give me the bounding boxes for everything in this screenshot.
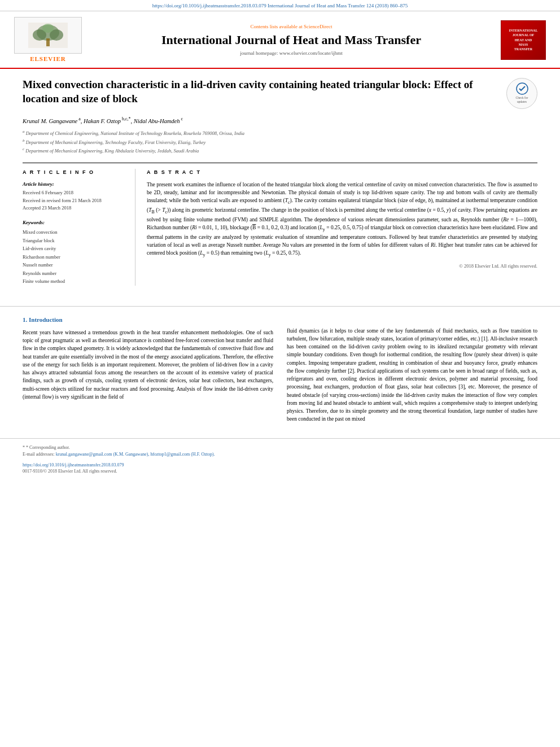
page-footer: * * Corresponding author. E-mail address… [0, 438, 560, 479]
section-1-heading: 1. Introduction [23, 316, 273, 324]
check-updates-icon [516, 82, 528, 95]
check-for-updates-badge: Check forupdates [506, 78, 537, 109]
abstract-paragraph: The present work examines the influence … [147, 181, 537, 259]
keyword-reynolds: Reynolds number [23, 269, 124, 277]
keyword-mixed-convection: Mixed convection [23, 228, 124, 236]
svg-point-5 [42, 24, 54, 33]
doi-bar: https://doi.org/10.1016/j.ijheatmasstran… [0, 0, 560, 11]
check-updates-label: Check forupdates [516, 96, 528, 104]
journal-header: ELSEVIER Contents lists available at Sci… [0, 11, 560, 69]
affiliation-b: b Department of Mechanical Engineering, … [23, 138, 537, 146]
elsevier-tree-icon [28, 23, 68, 48]
abstract-text: The present work examines the influence … [147, 181, 537, 259]
badge-line-3: HEAT AND [509, 38, 538, 42]
section-divider [0, 306, 560, 307]
journal-homepage: journal homepage: www.elsevier.com/locat… [90, 50, 492, 57]
history-accepted: Accepted 23 March 2018 [23, 204, 124, 212]
keyword-fvm: Finite volume method [23, 277, 124, 285]
keyword-nusselt: Nusselt number [23, 261, 124, 269]
article-info-label: A R T I C L E I N F O [23, 169, 124, 176]
keyword-lid-driven: Lid-driven cavity [23, 244, 124, 252]
article-info-abstract: A R T I C L E I N F O Article history: R… [23, 163, 537, 286]
rights-text: 0017-9310/© 2018 Elsevier Ltd. All right… [23, 468, 537, 474]
intro-right-text: fluid dynamics (as it helps to clear som… [287, 327, 537, 423]
elsevier-label: ELSEVIER [30, 55, 66, 63]
badge-line-2: JOURNAL OF [509, 33, 538, 37]
doi-footer[interactable]: https://doi.org/10.1016/j.ijheatmasstran… [23, 462, 537, 468]
copyright-text: © 2018 Elsevier Ltd. All rights reserved… [147, 263, 537, 270]
journal-badge: INTERNATIONAL JOURNAL OF HEAT AND MASS T… [501, 20, 546, 60]
article-title: Mixed convection characteristic in a lid… [23, 78, 500, 106]
keywords-label: Keywords: [23, 219, 124, 226]
intro-para-1: Recent years have witnessed a tremendous… [23, 329, 273, 401]
badge-line-4: MASS [509, 42, 538, 47]
keyword-richardson: Richardson number [23, 253, 124, 261]
corresponding-author-note: * * Corresponding author. [23, 444, 537, 452]
logo-area: ELSEVIER [11, 17, 85, 63]
author-2-name: Hakan F. Oztop [84, 117, 121, 124]
elsevier-logo-box [14, 17, 82, 54]
author-3-name: Nidal Abu-Hamdeh [134, 117, 180, 124]
article-history: Article history: Received 6 February 201… [23, 181, 124, 212]
email-label: E-mail addresses: [23, 452, 55, 457]
body-right-column: fluid dynamics (as it helps to clear som… [287, 316, 537, 427]
author-1-sup: a [77, 116, 81, 121]
keyword-triangular-block: Triangular block [23, 237, 124, 244]
badge-line-5: TRANSFER [509, 47, 538, 51]
article-content: Mixed convection characteristic in a lid… [0, 69, 560, 297]
intro-left-text: Recent years have witnessed a tremendous… [23, 329, 273, 401]
abstract-label: A B S T R A C T [147, 169, 537, 176]
intro-para-2: fluid dynamics (as it helps to clear som… [287, 327, 537, 423]
badge-line-1: INTERNATIONAL [509, 28, 538, 33]
journal-center-area: Contents lists available at ScienceDirec… [85, 23, 498, 57]
author-3-sup: c [180, 116, 183, 121]
affiliation-a: a Department of Chemical Engineering, Na… [23, 129, 537, 137]
author-1-name: Krunal M. Gangawane [23, 117, 77, 124]
affiliation-c: c Department of Mechanical Engineering, … [23, 146, 537, 155]
authors-line: Krunal M. Gangawane a, Hakan F. Oztop b,… [23, 116, 537, 125]
article-title-section: Mixed convection characteristic in a lid… [23, 78, 537, 109]
article-info-column: A R T I C L E I N F O Article history: R… [23, 169, 135, 286]
body-introduction: 1. Introduction Recent years have witnes… [0, 316, 560, 427]
affiliations: a Department of Chemical Engineering, Na… [23, 129, 537, 155]
history-received: Received 6 February 2018 [23, 189, 124, 197]
history-revised: Received in revised form 21 March 2018 [23, 197, 124, 205]
keywords-section: Keywords: Mixed convection Triangular bl… [23, 219, 124, 286]
page-wrapper: https://doi.org/10.1016/j.ijheatmasstran… [0, 0, 560, 479]
footer-doi-text: https://doi.org/10.1016/j.ijheatmasstran… [23, 462, 124, 468]
sciencedirect-name[interactable]: ScienceDirect [304, 24, 332, 29]
email-addresses[interactable]: krunal.gangawane@gmail.com (K.M. Gangawa… [56, 452, 215, 457]
right-spacer [287, 316, 537, 327]
journal-title: International Journal of Heat and Mass T… [90, 33, 492, 47]
corresponding-author-label: * Corresponding author. [26, 445, 70, 450]
history-label: Article history: [23, 181, 124, 188]
svg-rect-4 [46, 38, 50, 46]
footnote-star-icon: * [23, 445, 25, 450]
journal-badge-area: INTERNATIONAL JOURNAL OF HEAT AND MASS T… [498, 20, 549, 60]
email-footnote: E-mail addresses: krunal.gangawane@gmail… [23, 451, 537, 458]
doi-bar-text: https://doi.org/10.1016/j.ijheatmasstran… [152, 3, 408, 8]
contents-label: Contents lists available at [251, 24, 303, 29]
sciencedirect-link: Contents lists available at ScienceDirec… [90, 23, 492, 30]
body-left-column: 1. Introduction Recent years have witnes… [23, 316, 273, 427]
abstract-column: A B S T R A C T The present work examine… [135, 169, 537, 286]
author-2-sup: b,c,* [121, 116, 131, 121]
